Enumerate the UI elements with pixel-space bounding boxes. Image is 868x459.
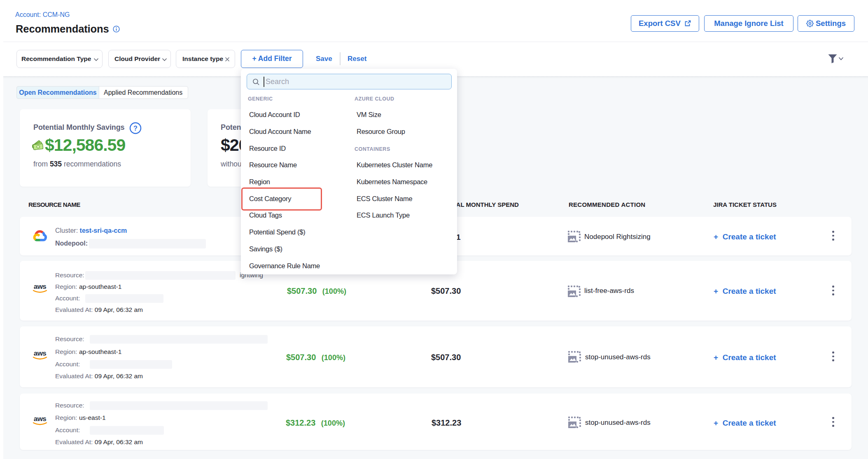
svg-text:?: ? — [133, 125, 138, 132]
